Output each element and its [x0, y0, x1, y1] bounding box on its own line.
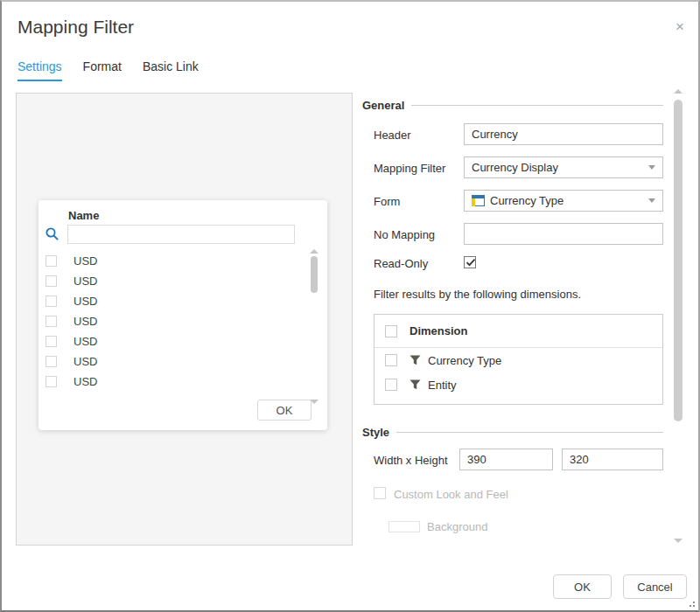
item-label: USD [74, 295, 97, 308]
item-checkbox[interactable] [46, 255, 57, 267]
dimension-table: Dimension Currency Type Entity [374, 314, 663, 405]
mapping-filter-dialog: Mapping Filter × Settings Format Basic L… [0, 0, 700, 612]
item-checkbox[interactable] [46, 296, 57, 307]
list-item[interactable]: USD [46, 372, 299, 392]
table-row[interactable]: Entity [374, 372, 662, 397]
table-row[interactable]: Currency Type [374, 348, 662, 372]
dimension-checkbox[interactable] [385, 379, 397, 391]
dimension-rows: Currency Type Entity [374, 348, 662, 397]
width-input[interactable] [459, 449, 553, 470]
preview-item-list: USD USD USD USD USD USD [46, 251, 299, 392]
scroll-up-icon[interactable] [674, 89, 682, 94]
background-color-swatch[interactable] [388, 521, 420, 532]
panel-scrollbar[interactable] [672, 89, 684, 546]
list-item[interactable]: USD [46, 251, 299, 271]
form-value: Currency Type [490, 194, 564, 207]
read-only-label: Read-Only [374, 257, 428, 270]
mapping-filter-value: Currency Display [472, 161, 558, 174]
resize-grip[interactable] [687, 599, 695, 607]
style-section-header: Style [362, 426, 663, 439]
scroll-down-icon[interactable] [674, 539, 682, 543]
search-icon [45, 226, 60, 245]
scroll-up-icon[interactable] [310, 249, 318, 254]
custom-laf-label: Custom Look and Feel [394, 488, 508, 501]
item-label: USD [74, 355, 97, 368]
item-checkbox[interactable] [46, 356, 57, 367]
section-divider [411, 105, 663, 106]
tab-basic-link[interactable]: Basic Link [143, 59, 199, 81]
mapping-filter-dropdown[interactable]: Currency Display [464, 156, 663, 178]
mapping-filter-label: Mapping Filter [374, 162, 445, 175]
list-item[interactable]: USD [46, 311, 299, 331]
preview-panel: Name USD USD USD USD [16, 93, 353, 546]
list-item[interactable]: USD [46, 271, 299, 291]
checkmark-icon [465, 256, 477, 268]
item-checkbox[interactable] [46, 376, 57, 387]
dimension-checkbox[interactable] [385, 354, 397, 366]
ok-button[interactable]: OK [553, 574, 612, 599]
list-item[interactable]: USD [46, 291, 299, 311]
form-dropdown[interactable]: Currency Type [464, 190, 663, 212]
tab-format[interactable]: Format [83, 59, 122, 81]
filter-note: Filter results by the following dimensio… [374, 288, 581, 301]
tab-bar: Settings Format Basic Link [18, 59, 199, 81]
height-input[interactable] [562, 449, 663, 470]
item-label: USD [74, 254, 97, 268]
dimension-label: Currency Type [428, 354, 501, 367]
close-icon[interactable]: × [676, 19, 684, 34]
header-input[interactable] [464, 123, 663, 145]
read-only-checkbox[interactable] [464, 256, 476, 268]
dimension-column-header: Dimension [410, 324, 467, 337]
scrollbar-thumb[interactable] [674, 100, 682, 421]
item-label: USD [74, 335, 97, 348]
preview-ok-button[interactable]: OK [257, 400, 312, 421]
preview-column-header: Name [68, 209, 99, 222]
dimension-table-header: Dimension [374, 315, 662, 348]
form-label: Form [374, 195, 400, 208]
item-checkbox[interactable] [46, 316, 57, 327]
list-item[interactable]: USD [46, 351, 299, 372]
filter-funnel-icon [410, 355, 421, 365]
no-mapping-label: No Mapping [374, 228, 435, 241]
list-item[interactable]: USD [46, 331, 299, 351]
filter-funnel-icon [410, 379, 421, 390]
general-section-header: General [362, 99, 663, 112]
no-mapping-input[interactable] [464, 223, 663, 245]
item-label: USD [74, 275, 97, 288]
item-checkbox[interactable] [46, 275, 57, 287]
select-all-checkbox[interactable] [385, 325, 397, 337]
filter-preview-card: Name USD USD USD USD [38, 200, 327, 430]
section-divider [396, 432, 663, 433]
chevron-down-icon [648, 165, 655, 170]
custom-laf-checkbox[interactable] [374, 487, 386, 499]
dimension-label: Entity [428, 379, 457, 392]
style-section-title: Style [362, 426, 389, 439]
preview-scrollbar[interactable] [309, 249, 319, 407]
general-section-title: General [362, 99, 404, 112]
cancel-button[interactable]: Cancel [623, 574, 687, 599]
background-label: Background [427, 520, 487, 533]
scrollbar-thumb[interactable] [311, 256, 318, 293]
header-label: Header [374, 129, 411, 142]
chevron-down-icon [648, 198, 655, 203]
form-window-icon [472, 195, 485, 206]
page-title: Mapping Filter [18, 17, 134, 38]
item-checkbox[interactable] [46, 336, 57, 347]
item-label: USD [74, 375, 97, 388]
tab-settings[interactable]: Settings [18, 59, 62, 81]
item-label: USD [74, 315, 97, 328]
search-input[interactable] [67, 225, 295, 244]
size-label: Width x Height [374, 454, 448, 467]
